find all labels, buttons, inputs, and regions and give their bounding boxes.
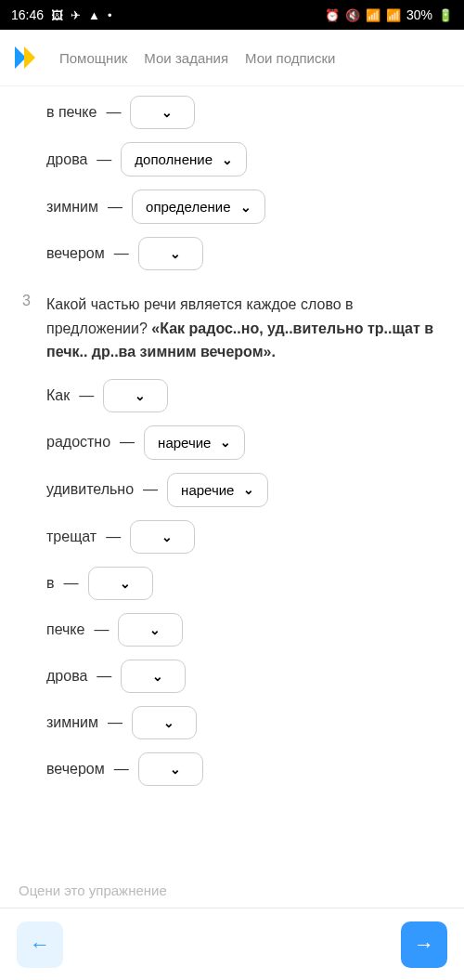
word-label: зимним [46,714,98,731]
dash: — [108,714,122,731]
dropdown-select[interactable]: дополнение ⌄ [121,142,247,176]
dropdown-value: наречие [181,482,234,498]
dash: — [114,761,129,777]
exercise-row: зимним — определение ⌄ [46,189,445,224]
wifi-icon: 📶 [366,8,380,22]
dash: — [97,668,111,685]
dash: — [79,387,94,404]
word-label: дрова [46,151,87,168]
chevron-down-icon: ⌄ [152,669,163,684]
word-label: в [46,575,55,592]
dash: — [120,434,135,451]
word-label: дрова [46,668,87,685]
dash: — [143,481,158,498]
dropdown-select[interactable]: ⌄ [138,752,203,786]
more-icon: • [108,8,112,22]
dropdown-value: наречие [158,435,211,451]
dash: — [97,151,111,168]
dropdown-select[interactable]: ⌄ [103,379,168,412]
dash: — [106,529,121,545]
chevron-down-icon: ⌄ [161,529,173,544]
dropdown-select[interactable]: ⌄ [138,237,203,270]
word-label: удивительно [46,481,134,498]
battery-percent: 30% [406,7,432,22]
word-label: трещат [46,529,97,545]
exercise-row: печке — ⌄ [46,613,445,647]
question-number: 3 [22,293,31,309]
dropdown-select[interactable]: наречие ⌄ [144,425,245,460]
exercise-row: вечером — ⌄ [46,237,445,270]
chevron-down-icon: ⌄ [163,715,174,730]
alarm-icon: ⏰ [325,8,340,22]
dropdown-select[interactable]: ⌄ [118,613,183,647]
status-time: 16:46 [11,7,44,22]
word-label: вечером [46,761,105,777]
exercise-row: Как — ⌄ [46,379,445,412]
chevron-down-icon: ⌄ [161,105,173,120]
dash: — [106,104,121,121]
chevron-down-icon: ⌄ [170,246,181,261]
dash: — [114,245,129,262]
battery-icon: 🔋 [438,8,453,22]
word-label: Как [46,387,70,404]
chevron-down-icon: ⌄ [120,576,131,591]
word-label: вечером [46,245,105,262]
exercise-row: в печке — ⌄ [46,96,445,129]
exercise-row: дрова — ⌄ [46,660,445,693]
exercise-row: в — ⌄ [46,567,445,600]
app-logo[interactable] [13,45,43,71]
question-block: 3 Какой частью речи является каждое слов… [46,293,445,364]
word-label: радостно [46,434,110,451]
forward-button[interactable]: → [401,921,447,968]
nav-helper[interactable]: Помощник [59,50,127,66]
chevron-down-icon: ⌄ [149,622,161,637]
question-text: Какой частью речи является каждое слово … [46,293,445,364]
exercise-row: радостно — наречие ⌄ [46,425,445,460]
exercise-row: трещат — ⌄ [46,520,445,554]
exercise-row: зимним — ⌄ [46,706,445,739]
content-area: в печке — ⌄ дрова — дополнение ⌄ зимним … [0,86,464,907]
telegram-icon: ✈ [71,8,81,22]
dash: — [94,621,109,638]
chevron-down-icon: ⌄ [170,762,181,777]
image-icon: 🖼 [51,8,63,22]
warning-icon: ▲ [88,8,100,22]
app-header: Помощник Мои задания Мои подписки [0,30,464,86]
dropdown-select[interactable]: ⌄ [121,660,186,693]
exercise-row: дрова — дополнение ⌄ [46,142,445,176]
chevron-down-icon: ⌄ [222,152,233,167]
signal-icon: 📶 [386,8,401,22]
exercise-row: удивительно — наречие ⌄ [46,473,445,507]
dropdown-select[interactable]: ⌄ [130,520,195,554]
dropdown-select[interactable]: ⌄ [132,706,197,739]
arrow-right-icon: → [414,933,434,957]
mute-icon: 🔇 [345,8,360,22]
nav-subscriptions[interactable]: Мои подписки [245,50,335,66]
exercise-row: вечером — ⌄ [46,752,445,786]
word-label: печке [46,621,84,638]
chevron-down-icon: ⌄ [135,388,146,403]
word-label: зимним [46,199,98,216]
chevron-down-icon: ⌄ [240,200,251,215]
dropdown-select[interactable]: наречие ⌄ [167,473,268,507]
bottom-nav: ← → [0,908,464,980]
back-button[interactable]: ← [17,921,63,968]
rating-prompt: Оцени это упражнение [0,882,167,898]
dropdown-value: дополнение [135,151,213,167]
dropdown-select[interactable]: ⌄ [130,96,195,129]
word-label: в печке [46,104,97,121]
chevron-down-icon: ⌄ [220,435,231,450]
dropdown-select[interactable]: ⌄ [88,567,153,600]
dropdown-value: определение [146,199,231,215]
nav-tasks[interactable]: Мои задания [144,50,228,66]
dropdown-select[interactable]: определение ⌄ [132,189,265,224]
chevron-down-icon: ⌄ [243,482,254,497]
arrow-left-icon: ← [30,933,50,957]
dash: — [64,575,79,592]
dash: — [108,199,122,216]
status-bar: 16:46 🖼 ✈ ▲ • ⏰ 🔇 📶 📶 30% 🔋 [0,0,464,30]
